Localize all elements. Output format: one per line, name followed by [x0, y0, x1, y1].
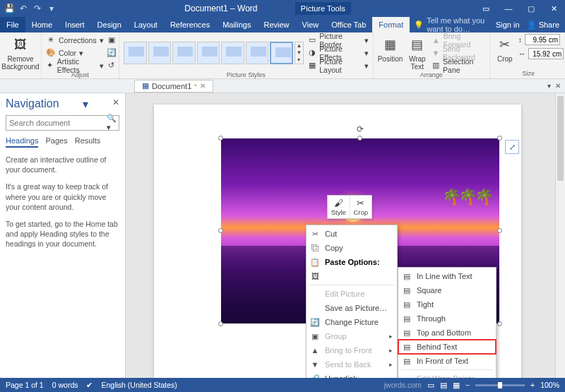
maximize-icon[interactable]: ▢: [520, 4, 542, 13]
border-icon: ▭: [308, 35, 316, 45]
zoom-slider[interactable]: [475, 384, 525, 386]
document-tab[interactable]: ▦ Document1* ✕: [134, 80, 213, 93]
qat-dropdown-icon[interactable]: ▾: [47, 4, 56, 13]
shape-height-field[interactable]: ↕: [518, 34, 564, 45]
spellcheck-icon[interactable]: ✔: [86, 381, 93, 389]
share-button[interactable]: 👤 Share: [527, 20, 559, 30]
wrap-text-button[interactable]: ▤Wrap Text: [405, 34, 429, 71]
picture-style-thumb[interactable]: [246, 42, 269, 64]
wrap-through[interactable]: ▤Through: [398, 311, 496, 326]
mini-style-button[interactable]: 🖌Style: [328, 196, 350, 218]
resize-handle[interactable]: [218, 321, 223, 326]
link-icon: 🔗: [309, 374, 321, 379]
resize-handle[interactable]: [497, 228, 502, 233]
wrap-icon: ▤: [407, 34, 428, 55]
tab-design[interactable]: Design: [91, 17, 128, 32]
artistic-effects-button[interactable]: ✦Artistic Effects ▾: [46, 59, 104, 71]
language-indicator[interactable]: English (United States): [101, 381, 177, 389]
rotate-handle-icon[interactable]: ⟳: [357, 124, 364, 134]
page[interactable]: ⟳ 🌴🌴🌴 ⤢ 🖌Style ✂Crop: [154, 105, 521, 378]
ribbon-options-icon[interactable]: ▭: [475, 4, 497, 13]
tab-layout[interactable]: Layout: [128, 17, 164, 32]
menu-cut[interactable]: ✂Cut: [307, 227, 397, 241]
tab-references[interactable]: References: [164, 17, 216, 32]
menu-change-picture[interactable]: 🔄Change Picture: [307, 315, 397, 329]
quick-access-toolbar: 💾 ↶ ↷ ▾: [0, 4, 61, 13]
save-icon[interactable]: 💾: [4, 4, 14, 13]
vertical-scrollbar[interactable]: [555, 93, 565, 378]
menu-edit-picture: Edit Picture: [307, 287, 397, 301]
resize-handle[interactable]: [357, 136, 362, 141]
sign-in-link[interactable]: Sign in: [496, 20, 520, 29]
page-indicator[interactable]: Page 1 of 1: [6, 381, 44, 389]
group-label-size: Size: [494, 70, 563, 78]
navtab-headings[interactable]: Headings: [6, 136, 38, 148]
resize-handle[interactable]: [497, 321, 502, 326]
navtab-results[interactable]: Results: [75, 136, 101, 148]
zoom-in-icon[interactable]: +: [530, 381, 535, 389]
undo-icon[interactable]: ↶: [18, 4, 28, 13]
resize-handle[interactable]: [497, 136, 502, 141]
tab-format[interactable]: Format: [372, 17, 410, 32]
menu-copy[interactable]: ⿻Copy: [307, 241, 397, 255]
redo-icon[interactable]: ↷: [32, 4, 42, 13]
navpane-close-icon[interactable]: ✕: [112, 97, 119, 111]
tab-mailings[interactable]: Mailings: [216, 17, 257, 32]
selection-pane-button[interactable]: ▥Selection Pane: [432, 59, 485, 71]
minimize-icon[interactable]: —: [497, 4, 520, 13]
crop-button[interactable]: ✂Crop: [494, 34, 516, 63]
tab-office-tab[interactable]: Office Tab: [325, 17, 372, 32]
wrap-behind-text[interactable]: ▤Behind Text: [398, 340, 496, 354]
gallery-scroll[interactable]: ▲▼▾: [295, 42, 304, 64]
tab-view[interactable]: View: [296, 17, 326, 32]
resize-handle[interactable]: [218, 228, 223, 233]
tab-review[interactable]: Review: [258, 17, 296, 32]
navpane-dropdown-icon[interactable]: ▾: [83, 97, 88, 111]
wrap-square[interactable]: ▤Square: [398, 283, 496, 297]
position-button[interactable]: ▦Position: [378, 34, 403, 63]
picture-style-thumb-selected[interactable]: [270, 42, 293, 64]
picture-style-thumb[interactable]: [124, 42, 147, 64]
tabstrip-close-icon[interactable]: ✕: [555, 82, 561, 90]
picture-style-thumb[interactable]: [172, 42, 196, 64]
menu-paste-picture[interactable]: 🖼: [307, 269, 397, 283]
search-icon[interactable]: 🔍▾: [107, 114, 117, 132]
picture-style-thumb[interactable]: [148, 42, 172, 64]
menu-hyperlink[interactable]: 🔗Hyperlink…: [307, 372, 397, 378]
document-canvas[interactable]: ⟳ 🌴🌴🌴 ⤢ 🖌Style ✂Crop: [126, 93, 565, 378]
wrap-in-front[interactable]: ▤In Front of Text: [398, 354, 496, 368]
shape-width-field[interactable]: ↔: [518, 48, 564, 59]
view-web-icon[interactable]: ▦: [453, 381, 460, 389]
picture-style-thumb[interactable]: [197, 42, 220, 64]
zoom-level[interactable]: 100%: [540, 381, 559, 389]
tab-home[interactable]: Home: [25, 17, 59, 32]
wrap-tight[interactable]: ▤Tight: [398, 297, 496, 311]
close-tab-icon[interactable]: ✕: [200, 82, 206, 90]
layout-options-icon[interactable]: ⤢: [505, 140, 519, 154]
resize-handle[interactable]: [218, 136, 223, 141]
picture-layout-button[interactable]: ▦Picture Layout ▾: [308, 59, 369, 71]
wrap-top-bottom[interactable]: ▤Top and Bottom: [398, 326, 496, 340]
tell-me-search[interactable]: 💡 Tell me what you want to do…: [410, 17, 490, 32]
change-picture-button[interactable]: 🔄: [107, 47, 117, 59]
wrap-inline[interactable]: ▤In Line with Text: [398, 269, 496, 283]
navtab-pages[interactable]: Pages: [45, 136, 67, 148]
tab-file[interactable]: File: [0, 17, 25, 32]
close-icon[interactable]: ✕: [542, 4, 565, 13]
compress-pictures-button[interactable]: ▣: [107, 34, 117, 46]
search-document-input[interactable]: 🔍▾: [6, 115, 119, 131]
view-read-icon[interactable]: ▭: [427, 381, 434, 389]
corrections-button[interactable]: ☀Corrections ▾: [46, 34, 104, 46]
view-print-icon[interactable]: ▤: [440, 381, 447, 389]
menu-bring-to-front: ▲Bring to Front▸: [307, 343, 397, 357]
word-count[interactable]: 0 words: [52, 381, 78, 389]
remove-background-button[interactable]: 🖼 Remove Background: [4, 34, 37, 71]
tab-insert[interactable]: Insert: [59, 17, 91, 32]
mini-crop-button[interactable]: ✂Crop: [350, 196, 372, 218]
tabstrip-caret-icon[interactable]: ▾: [547, 82, 551, 90]
zoom-out-icon[interactable]: −: [465, 381, 470, 389]
picture-style-thumb[interactable]: [221, 42, 244, 64]
menu-save-as-picture[interactable]: Save as Picture…: [307, 301, 397, 315]
reset-picture-button[interactable]: ↺: [107, 59, 117, 71]
group-label-arrange: Arrange: [378, 71, 485, 80]
